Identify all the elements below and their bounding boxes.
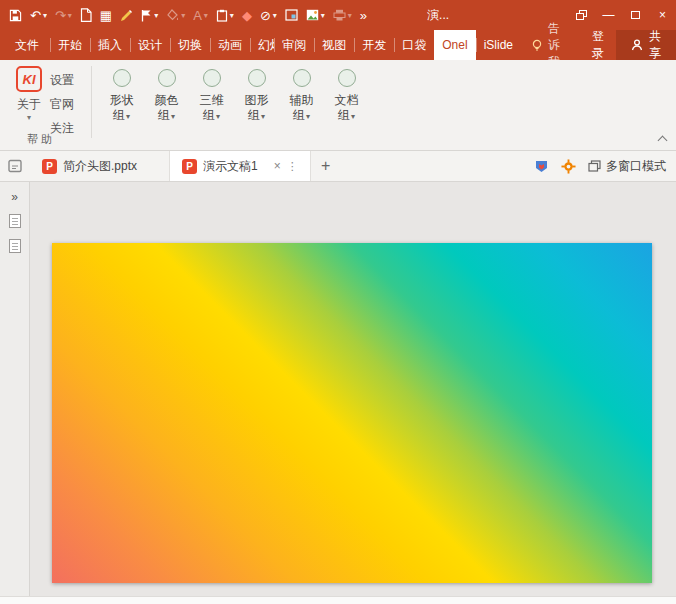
group-label: 组 xyxy=(203,108,215,122)
plugin-links-column: 设置 官网 关注 xyxy=(50,66,88,150)
assist-group-icon xyxy=(293,69,311,87)
login-label: 登录 xyxy=(592,28,604,62)
settings-gear-icon[interactable] xyxy=(561,159,576,174)
website-link[interactable]: 官网 xyxy=(50,92,88,116)
document-group-icon xyxy=(338,69,356,87)
window-document-title: 演... xyxy=(427,7,449,24)
titlebar: ↶▾ ↷▾ ▦ ▾ ▾ A▾ ▾ xyxy=(0,0,676,30)
undo-button[interactable]: ↶▾ xyxy=(26,2,51,28)
plugin-logo: KI xyxy=(16,66,42,92)
more-tools-button[interactable]: » xyxy=(356,2,371,28)
window-controls: — × xyxy=(568,0,676,30)
new-document-button[interactable] xyxy=(76,2,96,28)
dropdown-arrow-icon: ▾ xyxy=(348,11,352,20)
tab-design[interactable]: 设计 xyxy=(130,30,170,60)
doc-tab-intro[interactable]: P 简介头图.pptx xyxy=(30,151,170,181)
document-group-button[interactable]: 文档 组▾ xyxy=(324,66,369,150)
doc-tab-label: 演示文稿1 xyxy=(203,158,258,175)
shape-diamond-button[interactable]: ◆ xyxy=(238,2,256,28)
tab-pocket[interactable]: 口袋 xyxy=(394,30,434,60)
tab-view[interactable]: 视图 xyxy=(314,30,354,60)
picture-icon xyxy=(306,9,319,21)
tab-home[interactable]: 开始 xyxy=(50,30,90,60)
picture-button[interactable]: ▾ xyxy=(302,2,329,28)
print-button[interactable]: ▾ xyxy=(329,2,356,28)
share-button[interactable]: 共享 xyxy=(616,30,676,60)
tab-transition[interactable]: 切换 xyxy=(170,30,210,60)
expand-panel-icon[interactable]: » xyxy=(11,191,18,203)
save-button[interactable] xyxy=(5,2,26,28)
settings-link[interactable]: 设置 xyxy=(50,68,88,92)
tab-insert[interactable]: 插入 xyxy=(90,30,130,60)
dropdown-arrow-icon: ▾ xyxy=(17,111,41,124)
tab-onel[interactable]: Onel xyxy=(434,30,475,60)
tab-file[interactable]: 文件 xyxy=(4,30,50,60)
redo-button[interactable]: ↷▾ xyxy=(51,2,76,28)
restore-window-button[interactable] xyxy=(568,0,595,30)
fill-color-button[interactable]: ▾ xyxy=(162,2,189,28)
three-d-group-button[interactable]: 三维 组▾ xyxy=(189,66,234,150)
window-switch-button[interactable] xyxy=(281,2,302,28)
brush-button[interactable] xyxy=(116,2,137,28)
maximize-button[interactable] xyxy=(622,0,649,30)
close-button[interactable]: × xyxy=(649,0,676,30)
doc-tab-presentation1[interactable]: P 演示文稿1 × ⋮ xyxy=(170,151,311,181)
dropdown-arrow-icon: ▾ xyxy=(204,11,208,20)
close-tab-icon[interactable]: × xyxy=(274,159,281,173)
menu-right-cluster: 告诉我... 登录 共享 xyxy=(521,30,676,60)
group-label: 组 xyxy=(248,108,260,122)
skin-icon[interactable] xyxy=(534,159,549,174)
dropdown-arrow-icon: ▾ xyxy=(321,11,325,20)
group-label: 组 xyxy=(158,108,170,122)
flag-button[interactable]: ▾ xyxy=(137,2,162,28)
tab-animation[interactable]: 动画 xyxy=(210,30,250,60)
slide-canvas[interactable] xyxy=(52,243,652,583)
assist-group-button[interactable]: 辅助 组▾ xyxy=(279,66,324,150)
home-button[interactable] xyxy=(0,151,30,181)
group-label: 组 xyxy=(293,108,305,122)
tab-slideshow[interactable]: 幻灯片 xyxy=(250,30,274,60)
workspace: » xyxy=(0,182,676,596)
slides-panel-icon[interactable] xyxy=(9,214,21,228)
collapse-ribbon-button[interactable] xyxy=(658,135,667,144)
slide-panel-collapsed: » xyxy=(0,182,30,596)
dropdown-arrow-icon: ▾ xyxy=(43,11,47,20)
tab-review[interactable]: 审阅 xyxy=(274,30,314,60)
outline-panel-icon[interactable] xyxy=(9,239,21,253)
follow-link[interactable]: 关注 xyxy=(50,116,88,140)
paste-icon xyxy=(216,9,228,22)
color-group-button[interactable]: 颜色 组▾ xyxy=(144,66,189,150)
login-button[interactable]: 登录 xyxy=(580,30,616,60)
paste-button[interactable]: ▾ xyxy=(212,2,238,28)
home-board-icon xyxy=(8,159,22,174)
print-icon xyxy=(333,9,346,21)
new-tab-button[interactable]: + xyxy=(311,151,341,181)
tab-islide[interactable]: iSlide xyxy=(476,30,521,60)
more-icon: » xyxy=(360,9,367,22)
tab-developer[interactable]: 开发 xyxy=(354,30,394,60)
restore-window-icon xyxy=(576,10,587,20)
dropdown-arrow-icon: ▾ xyxy=(351,112,355,121)
help-label[interactable]: 帮 助 xyxy=(27,132,52,147)
quick-access-toolbar: ↶▾ ↷▾ ▦ ▾ ▾ A▾ ▾ xyxy=(0,2,371,28)
about-button[interactable]: 关于 ▾ xyxy=(17,98,41,124)
grid-keyboard-button[interactable]: ▦ xyxy=(96,2,116,28)
tab-menu-icon[interactable]: ⋮ xyxy=(287,160,298,173)
share-label: 共享 xyxy=(649,28,661,62)
tell-me-button[interactable]: 告诉我... xyxy=(521,30,580,60)
wps-presentation-window: ↶▾ ↷▾ ▦ ▾ ▾ A▾ ▾ xyxy=(0,0,676,604)
undo-icon: ↶ xyxy=(30,9,41,22)
dropdown-arrow-icon: ▾ xyxy=(154,11,158,20)
shape-group-button[interactable]: 形状 组▾ xyxy=(99,66,144,150)
dropdown-arrow-icon: ▾ xyxy=(261,112,265,121)
flag-icon xyxy=(141,9,152,22)
font-color-icon: A xyxy=(193,9,202,22)
ppt-file-icon: P xyxy=(42,159,57,174)
font-color-button[interactable]: A▾ xyxy=(189,2,212,28)
no-fill-button[interactable]: ⊘▾ xyxy=(256,2,281,28)
multi-window-mode-button[interactable]: 多窗口模式 xyxy=(588,158,666,175)
docbar-right-cluster: 多窗口模式 xyxy=(534,151,676,181)
graphic-group-button[interactable]: 图形 组▾ xyxy=(234,66,279,150)
minimize-button[interactable]: — xyxy=(595,0,622,30)
ribbon-tab-bar: 文件 开始 插入 设计 切换 动画 幻灯片 审阅 视图 开发 口袋 Onel i… xyxy=(0,30,676,60)
